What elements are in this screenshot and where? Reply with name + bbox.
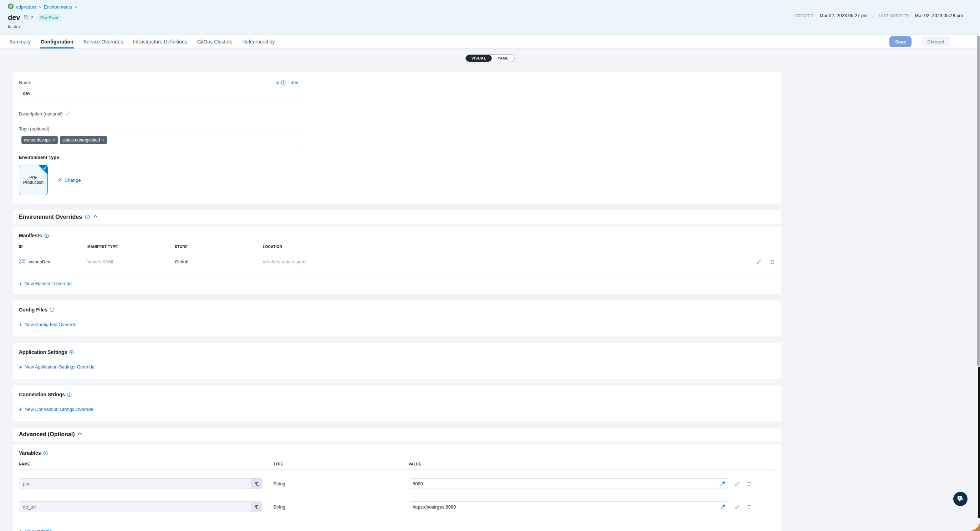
chevron-up-icon[interactable] [77,431,83,437]
created-label: CREATED: [795,14,815,18]
scrollbar-track-dark [978,367,980,531]
new-manifest-override-link[interactable]: + New Manifest Override [19,281,72,286]
divider [19,469,775,470]
divider [19,274,775,274]
info-icon[interactable] [43,451,48,455]
manifest-row[interactable]: valuesDev Values YAML Github /dev/dev-va… [19,252,775,271]
chevron-up-icon[interactable] [93,214,98,220]
discard-button[interactable]: Discard [921,36,950,47]
info-icon[interactable] [85,214,90,220]
info-icon[interactable] [67,392,72,397]
pin-icon[interactable] [720,504,726,511]
edit-manifest-button[interactable] [756,259,762,265]
config-files-card: Config Files + New Config File Override [13,300,781,336]
page-header: cdproduct > Environments > dev 2 Pre-Pro… [0,0,980,35]
manifests-card: Manifests ID MANIFEST TYPE STORE LOCATIO… [13,227,781,294]
tag-icon [24,14,29,21]
scrollbar-track[interactable] [977,35,980,531]
new-config-file-override-link[interactable]: + New Config File Override [19,322,76,327]
plus-icon: + [19,528,22,531]
edit-description-pencil-icon[interactable] [65,111,70,117]
copy-icon[interactable] [251,502,262,512]
divider [19,522,775,522]
remove-tag-icon[interactable]: × [102,138,105,142]
name-label: Name [19,80,31,85]
delete-manifest-button[interactable] [770,259,775,265]
tab-gitops-clusters[interactable]: GitOps Clusters [192,35,237,49]
variable-row: String [19,474,775,493]
column-header-value: VALUE [409,462,775,466]
tag-chip: status:nonregulated × [60,136,107,144]
toggle-visual[interactable]: VISUAL [466,55,492,62]
variable-value-input[interactable] [409,478,728,489]
tags-input[interactable]: owner:devops × status:nonregulated × [19,134,298,146]
edit-variable-button[interactable] [735,481,740,487]
breadcrumb-separator: > [75,5,77,9]
copy-icon[interactable] [251,479,262,488]
manifests-title: Manifests [19,233,42,238]
name-input[interactable] [19,88,298,98]
edit-variable-button[interactable] [735,504,740,510]
variables-title: Variables [19,450,41,456]
chat-help-icon: ? [956,495,964,504]
tag-count: 2 [24,14,33,21]
pencil-icon [57,177,62,183]
tab-service-overrides[interactable]: Service Overrides [78,35,128,49]
info-icon[interactable] [44,233,49,238]
scrollbar-thumb[interactable] [977,36,980,366]
breadcrumb-project[interactable]: cdproduct [16,4,37,10]
page-title: dev [8,14,20,22]
tab-referenced-by[interactable]: Referenced by [237,35,280,49]
remove-tag-icon[interactable]: × [53,138,55,142]
created-value: Mar 02, 2023 05:27 pm [819,13,867,18]
cd-module-icon [8,3,14,10]
breadcrumb: cdproduct > Environments > [8,3,937,10]
new-application-settings-override-link[interactable]: + New Application Settings Override [19,364,94,369]
screen-corner [967,518,980,531]
variable-type: String [273,481,409,487]
delete-variable-button[interactable] [746,481,752,487]
breadcrumb-separator: > [39,5,41,9]
connection-strings-card: Connection Strings + New Connection Stri… [13,385,781,421]
entity-id: Id: dev [8,24,937,29]
new-variable-link[interactable]: + New Variable [19,528,52,531]
tab-configuration[interactable]: Configuration [36,35,78,49]
column-header-type: TYPE [273,462,409,466]
plus-icon: + [19,281,22,286]
plus-icon: + [19,322,22,327]
variable-type: String [273,504,409,510]
manifest-store: Github [175,259,263,265]
help-chat-button[interactable]: ? [953,492,967,506]
variable-value-input[interactable] [409,501,728,512]
section-title: Advanced (Optional) [19,431,75,437]
id-value[interactable]: dev [291,80,298,85]
change-env-type-link[interactable]: Change [57,177,81,183]
save-button[interactable]: Save [889,36,912,47]
tags-label: Tags (optional) [19,126,775,132]
connection-strings-title: Connection Strings [19,392,65,397]
info-icon[interactable] [49,308,54,312]
pin-icon[interactable] [720,480,726,488]
manifest-type: Values YAML [88,259,175,265]
tab-summary[interactable]: Summary [4,35,36,49]
column-header-manifest-type: MANIFEST TYPE [88,245,175,249]
column-header-name: NAME [19,462,273,466]
delete-variable-button[interactable] [746,504,752,510]
variable-row: String [19,498,775,516]
svg-text:?: ? [959,496,961,499]
environment-type-card[interactable]: Pre-Production [19,165,48,195]
breadcrumb-environments[interactable]: Environments [44,4,72,10]
tab-infrastructure-definitions[interactable]: Infrastructure Definitions [128,35,192,49]
info-icon[interactable] [281,80,286,85]
manifest-location: /dev/dev-values.yaml [263,259,745,265]
tag-chip: owner:devops × [21,136,58,144]
application-settings-title: Application Settings [19,349,67,355]
environment-type-label: Environment Type [19,155,775,160]
toggle-yaml[interactable]: YAML [492,55,514,62]
manifest-icon [19,258,25,265]
info-icon[interactable] [69,350,74,355]
manifest-id: valuesDev [29,259,50,265]
description-label: Description (optional) [19,111,63,117]
plus-icon: + [19,407,22,412]
new-connection-strings-override-link[interactable]: + New Connection Strings Override [19,407,94,412]
